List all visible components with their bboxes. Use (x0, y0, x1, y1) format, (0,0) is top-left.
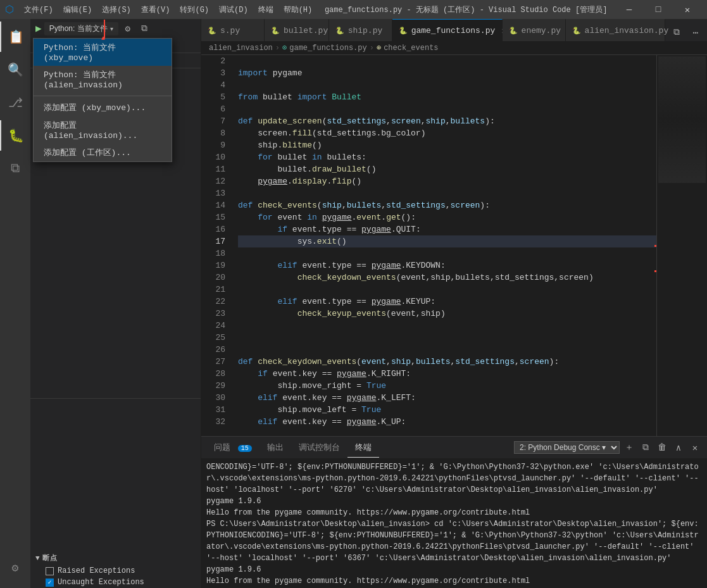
code-line-14: def check_events(ship,bullets,std_settin… (238, 199, 656, 211)
code-line-17: sys.exit() (238, 235, 656, 247)
kill-terminal-icon[interactable]: 🗑 (655, 441, 669, 454)
split-editor-icon[interactable]: ⧉ (668, 23, 685, 41)
code-line-27: def check_keydown_events(event,ship,bull… (238, 356, 656, 368)
raised-exceptions-label: Raised Exceptions (58, 566, 135, 575)
close-button[interactable]: ✕ (673, 0, 702, 19)
activity-settings[interactable]: ⚙ (0, 553, 30, 583)
tabs-actions: ⧉ ⋯ (665, 23, 707, 41)
menu-help[interactable]: 帮助(H) (278, 3, 318, 16)
panel-tabs: 问题 15 输出 调试控制台 终端 2: Python Debug Consc … (201, 437, 707, 459)
code-line-13 (238, 187, 656, 199)
python-file-icon: 🐍 (335, 27, 344, 35)
breadcrumb-file-icon: ⊙ (282, 43, 287, 53)
terminal-line-4: pygame 1.9.6 (206, 564, 702, 575)
more-actions-icon[interactable]: ⋯ (687, 23, 704, 41)
panel-tab-terminal[interactable]: 终端 (347, 438, 379, 458)
maximize-button[interactable]: □ (644, 0, 673, 19)
uncaught-exceptions-label: Uncaught Exceptions (58, 578, 144, 587)
code-line-16: if event.type == pygame.QUIT: (238, 223, 656, 235)
code-line-20: check_keydown_events(event,ship,bullets,… (238, 272, 656, 284)
panel-tab-output[interactable]: 输出 (260, 438, 291, 458)
debug-split-icon[interactable]: ⧉ (137, 22, 151, 35)
activity-explorer[interactable]: 📋 (0, 22, 30, 52)
dropdown-add-2[interactable]: 添加配置 (工作区)... (34, 144, 172, 161)
close-panel-icon[interactable]: ✕ (688, 441, 702, 454)
terminal-line-0: OENCODING}='UTF-8'; ${env:PYTHONUNBUFFER… (206, 461, 702, 496)
code-line-21 (238, 284, 656, 296)
problems-badge: 15 (238, 445, 252, 452)
menu-edit[interactable]: 编辑(E) (58, 3, 97, 16)
menu-goto[interactable]: 转到(G) (175, 3, 214, 16)
tab-label: alien_invasion.py (585, 26, 669, 35)
sidebar: ▶ Python: 当前文件 ▾ ⚙ ⧉ ▲ Python: 当前文件 (xby… (30, 19, 201, 588)
code-line-30: elif event.key == pygame.K_LEFT: (238, 392, 656, 404)
terminal-instance-select[interactable]: 2: Python Debug Consc ▾ (514, 441, 620, 454)
terminal-content[interactable]: OENCODING}='UTF-8'; ${env:PYTHONUNBUFFER… (201, 459, 707, 588)
split-terminal-icon[interactable]: ⧉ (639, 441, 653, 454)
dropdown-item-0[interactable]: Python: 当前文件 (xby_move) (34, 39, 172, 66)
chevron-down-icon: ▾ (110, 25, 113, 32)
debug-settings-icon[interactable]: ⚙ (121, 22, 135, 35)
activity-debug[interactable]: 🐛 (0, 120, 30, 151)
code-line-19: elif event.type == pygame.KEYDOWN: (238, 260, 656, 272)
panel-actions: 2: Python Debug Consc ▾ ＋ ⧉ 🗑 ∧ ✕ (514, 441, 702, 454)
breadcrumb-file[interactable]: game_functions.py (289, 44, 366, 53)
breakpoints-section-header[interactable]: ▼ 断点 (30, 551, 201, 565)
menu-file[interactable]: 文件(F) (19, 3, 58, 16)
code-line-24 (238, 320, 656, 332)
panel-tab-debug-console[interactable]: 调试控制台 (291, 438, 347, 458)
panel-tab-problems[interactable]: 问题 15 (206, 438, 260, 458)
scroll-mark-1 (654, 270, 656, 272)
uncaught-exceptions-checkbox[interactable]: ✓ (46, 579, 54, 587)
breadcrumb-symbol[interactable]: check_events (384, 44, 438, 53)
menu-debug[interactable]: 调试(D) (214, 3, 253, 16)
problems-label: 问题 (214, 443, 230, 453)
tab-s-py[interactable]: 🐍 s.py (201, 19, 265, 41)
code-line-22: elif event.type == pygame.KEYUP: (238, 296, 656, 308)
tab-ship-py[interactable]: 🐍 ship.py (329, 19, 392, 41)
tab-label: ship.py (348, 26, 383, 35)
menu-terminal[interactable]: 终端 (253, 3, 278, 16)
code-content[interactable]: import pygame from bullet import Bullet … (233, 55, 656, 436)
tab-alien-invasion-py[interactable]: 🐍 alien_invasion.py (566, 19, 665, 41)
python-file-icon: 🐍 (271, 27, 280, 35)
titlebar: ⬡ 文件(F) 编辑(E) 选择(S) 查看(V) 转到(G) 调试(D) 终端… (0, 0, 707, 19)
minimize-button[interactable]: — (615, 0, 644, 19)
debug-config-dropdown[interactable]: Python: 当前文件 ▾ (44, 22, 118, 35)
code-line-6 (238, 103, 656, 115)
code-line-12: pygame.display.flip() (238, 175, 656, 187)
activity-extensions[interactable]: ⧉ (0, 153, 30, 184)
menu-select[interactable]: 选择(S) (97, 3, 136, 16)
python-file-icon: 🐍 (509, 27, 518, 35)
activity-search[interactable]: 🔍 (0, 54, 30, 85)
breakpoint-raised-exceptions: Raised Exceptions (30, 565, 201, 577)
maximize-panel-icon[interactable]: ∧ (672, 441, 685, 454)
panel: 问题 15 输出 调试控制台 终端 2: Python Debug Consc … (201, 436, 707, 588)
output-label: 输出 (267, 443, 284, 453)
add-terminal-icon[interactable]: ＋ (622, 441, 636, 454)
breadcrumb-symbol-icon: ⊕ (377, 43, 381, 53)
python-file-icon: 🐍 (399, 27, 408, 35)
debug-dropdown-menu: ▲ Python: 当前文件 (xby_move) Python: 当前文件 (… (33, 38, 172, 162)
tab-enemy-py[interactable]: 🐍 enemy.py (503, 19, 566, 41)
menu-view[interactable]: 查看(V) (136, 3, 175, 16)
minimap (656, 55, 707, 436)
code-line-31: ship.move_left = True (238, 404, 656, 416)
code-line-5: from bullet import Bullet (238, 91, 656, 103)
debug-toolbar: ▶ Python: 当前文件 ▾ ⚙ ⧉ ▲ Python: 当前文件 (xby… (30, 19, 201, 38)
code-editor: 2 3 4 5 6 7 8 9 10 11 12 13 14 15 16 17 … (201, 55, 707, 436)
dropdown-item-1[interactable]: Python: 当前文件 (alien_invasion) (34, 66, 172, 93)
vscode-logo-icon: ⬡ (5, 3, 14, 16)
tab-bullet-py[interactable]: 🐍 bullet.py (265, 19, 329, 41)
code-line-29: ship.move_right = True (238, 380, 656, 392)
dropdown-add-0[interactable]: 添加配置 (xby_move)... (34, 99, 172, 116)
tab-game-functions-py[interactable]: 🐍 game_functions.py ✕ (392, 19, 503, 41)
dropdown-add-1[interactable]: 添加配置 (alien_invasion)... (34, 116, 172, 144)
activity-source-control[interactable]: ⎇ (0, 87, 30, 118)
scroll-mark-0 (654, 245, 656, 247)
breadcrumb-root[interactable]: alien_invasion (209, 44, 273, 53)
code-line-18 (238, 247, 656, 260)
tab-label: game_functions.py (411, 26, 496, 35)
python-file-icon: 🐍 (572, 27, 581, 35)
raised-exceptions-checkbox[interactable] (46, 567, 54, 575)
